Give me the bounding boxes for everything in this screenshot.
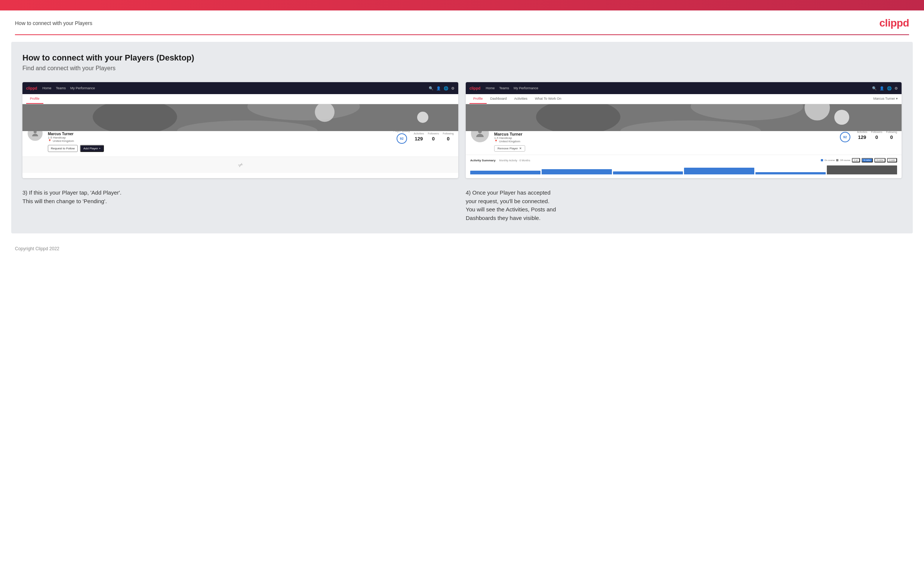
svg-point-1 <box>93 104 177 131</box>
screenshot1-activities: Activities 129 <box>414 132 424 142</box>
screenshot2-activities: Activities 129 <box>857 131 867 140</box>
location-icon-2: 📍 <box>494 140 498 143</box>
screenshot1-tabs: Profile <box>23 94 458 104</box>
screenshot2-remove-wrapper: Remove Player ✕ <box>494 145 832 152</box>
remove-player-button[interactable]: Remove Player ✕ <box>494 145 525 152</box>
period-1mth[interactable]: 1 mth <box>887 158 897 163</box>
bar-2 <box>542 169 612 174</box>
screenshot1-nav-home: Home <box>42 86 51 90</box>
activity-subtitle: Monthly Activity · 6 Months <box>499 159 530 162</box>
screenshot1-bottom: ✂ <box>23 156 458 173</box>
screenshot2-followers: Followers 0 <box>871 131 882 140</box>
globe-icon: 🌐 <box>444 86 448 90</box>
screenshots-row: clippd Home Teams My Performance 🔍 👤 🌐 ⚙… <box>23 82 901 178</box>
period-3mths[interactable]: 3 mths <box>874 158 885 163</box>
activity-controls: On course Off course 1 yr 6 mths 3 mths … <box>821 158 897 163</box>
tab-dashboard[interactable]: Dashboard <box>487 94 510 104</box>
page-header: How to connect with your Players clippd <box>0 10 924 34</box>
globe-icon-2: 🌐 <box>887 86 892 90</box>
location-icon: 📍 <box>48 139 52 143</box>
tab-profile[interactable]: Profile <box>26 94 44 104</box>
user-icon: 👤 <box>436 86 441 90</box>
screenshot2-activities-val: 129 <box>857 134 867 140</box>
tab-profile-2[interactable]: Profile <box>470 94 487 104</box>
screenshot1-nav-teams: Teams <box>56 86 66 90</box>
screenshot1-logo: clippd <box>26 86 37 90</box>
screenshot1-nav-performance: My Performance <box>70 86 95 90</box>
scissors-icon: ✂ <box>237 161 244 169</box>
bar-6 <box>827 166 897 174</box>
screenshot2-user-dropdown[interactable]: Marcus Turner ▾ <box>873 94 898 104</box>
screenshot2-nav-home: Home <box>486 86 494 90</box>
tab-activities[interactable]: Activities <box>510 94 531 104</box>
desc-box-4: 4) Once your Player has accepted your re… <box>466 189 901 222</box>
svg-point-7 <box>536 104 620 131</box>
screenshot1-followers-val: 0 <box>428 136 439 142</box>
screenshot2-logo: clippd <box>470 86 480 90</box>
hero-image-2 <box>466 104 901 131</box>
descriptions-row: 3) If this is your Player tap, 'Add Play… <box>23 189 901 222</box>
screenshot1-player-handicap: 1-5 Handicap <box>48 136 389 139</box>
screenshot2-activity: Activity Summary Monthly Activity · 6 Mo… <box>466 155 901 178</box>
screenshot2-nav: clippd Home Teams My Performance 🔍 👤 🌐 ⚙ <box>466 82 901 94</box>
settings-icon: ⚙ <box>451 86 454 90</box>
screenshot1-following-label: Following <box>443 132 454 135</box>
screenshot1-following: Following 0 <box>443 132 454 142</box>
screenshot-2: clippd Home Teams My Performance 🔍 👤 🌐 ⚙… <box>466 82 901 178</box>
request-follow-button[interactable]: Request to Follow <box>48 145 78 152</box>
screenshot1-followers-label: Followers <box>428 132 439 135</box>
main-subtitle: Find and connect with your Players <box>23 65 901 72</box>
screenshot2-nav-performance: My Performance <box>514 86 538 90</box>
activity-title: Activity Summary <box>470 159 496 162</box>
screenshot2-following-val: 0 <box>886 134 897 140</box>
screenshot1-quality-circle: 92 <box>397 133 407 144</box>
bar-4 <box>684 168 754 174</box>
period-6mths[interactable]: 6 mths <box>862 158 873 163</box>
copyright: Copyright Clippd 2022 <box>0 240 924 257</box>
main-title: How to connect with your Players (Deskto… <box>23 53 901 63</box>
screenshot1-hero <box>23 104 458 131</box>
screenshot2-player-country: 📍 United Kingdom <box>494 140 832 143</box>
screenshot2-followers-val: 0 <box>871 134 882 140</box>
screenshot1-quality: Player Quality 92 <box>394 130 410 144</box>
on-course-label: On course <box>825 159 835 161</box>
screenshot1-player-name: Marcus Turner <box>48 132 389 136</box>
bar-3 <box>613 171 683 174</box>
screenshot2-player-name: Marcus Turner <box>494 132 832 136</box>
screenshot1-player-country: 📍 United Kingdom <box>48 139 389 143</box>
user-icon-2: 👤 <box>880 86 884 90</box>
period-1yr[interactable]: 1 yr <box>852 158 860 163</box>
desc-box-3: 3) If this is your Player tap, 'Add Play… <box>23 189 458 222</box>
on-course-legend <box>821 159 823 161</box>
screenshot-1: clippd Home Teams My Performance 🔍 👤 🌐 ⚙… <box>23 82 458 178</box>
activity-header: Activity Summary Monthly Activity · 6 Mo… <box>470 158 897 163</box>
screenshot1-following-val: 0 <box>443 136 454 142</box>
activity-bar-chart <box>470 165 897 175</box>
screenshot2-nav-icons: 🔍 👤 🌐 ⚙ <box>872 86 898 90</box>
screenshot1-activities-val: 129 <box>414 136 424 142</box>
header-divider <box>15 34 909 35</box>
remove-player-x-icon: ✕ <box>519 147 522 150</box>
screenshot1-activities-label: Activities <box>414 132 424 135</box>
tab-what-to-work-on[interactable]: What To Work On <box>531 94 565 104</box>
screenshot2-following: Following 0 <box>886 131 897 140</box>
add-player-button[interactable]: Add Player + <box>80 145 104 152</box>
screenshot1-followers: Followers 0 <box>428 132 439 142</box>
off-course-legend <box>836 159 838 161</box>
clippd-logo: clippd <box>880 17 909 29</box>
desc3-line1: 3) If this is your Player tap, 'Add Play… <box>23 189 458 197</box>
screenshot1-buttons: Request to Follow Add Player + <box>48 145 389 152</box>
screenshot2-hero <box>466 104 901 131</box>
screenshot1-country-text: United Kingdom <box>53 139 74 143</box>
screenshot2-player-handicap: 1-5 Handicap <box>494 136 832 140</box>
page-header-title: How to connect with your Players <box>15 20 92 26</box>
screenshot2-tabs: Profile Dashboard Activities What To Wor… <box>466 94 901 104</box>
screenshot1-nav-links: Home Teams My Performance <box>42 86 95 90</box>
screenshot2-country-text: United Kingdom <box>499 140 520 143</box>
main-content: How to connect with your Players (Deskto… <box>11 42 913 234</box>
screenshot2-quality-circle: 92 <box>840 132 850 142</box>
screenshot2-nav-teams: Teams <box>499 86 509 90</box>
screenshot1-nav-icons: 🔍 👤 🌐 ⚙ <box>429 86 454 90</box>
search-icon: 🔍 <box>429 86 433 90</box>
bar-5 <box>755 172 826 174</box>
